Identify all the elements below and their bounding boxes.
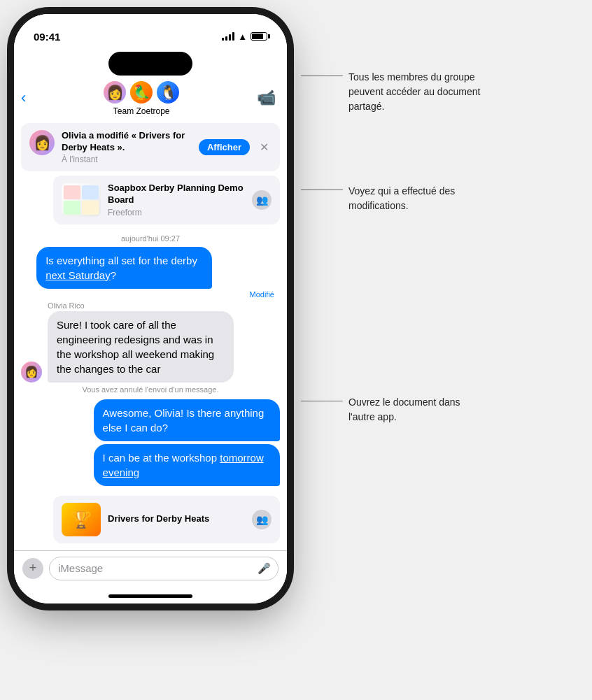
timestamp: aujourd'hui 09:27 xyxy=(21,234,280,243)
notification-banner: 👩 Olivia a modifié « Drivers for Derby H… xyxy=(21,123,280,171)
dynamic-island xyxy=(108,52,192,76)
sender-name: Olivia Rico xyxy=(48,301,280,310)
wifi-icon: ▲ xyxy=(238,31,247,42)
message-row: Is everything all set for the derby next… xyxy=(21,247,280,299)
signal-icon xyxy=(222,32,234,41)
bottom-freeform-card[interactable]: 🏆 Drivers for Derby Heats 👥 xyxy=(53,496,280,543)
annotation-1: Tous les membres du groupe peuvent accéd… xyxy=(301,70,488,114)
status-time: 09:41 xyxy=(34,31,60,43)
avatar-group: 👩 🦜 🐧 xyxy=(102,80,181,105)
status-icons: ▲ xyxy=(222,31,267,42)
annotation-line xyxy=(301,401,343,401)
avatar-3: 🐧 xyxy=(155,80,181,105)
freeform-subtitle: Freeform xyxy=(108,208,245,217)
edited-label: Modifié xyxy=(36,290,274,299)
link-next-saturday: next Saturday xyxy=(45,269,111,281)
notif-subtitle: À l'instant xyxy=(62,155,192,164)
message-row: 👩 Sure! I took care of all the engineeri… xyxy=(21,311,280,383)
notif-title: Olivia a modifié « Drivers for Derby Hea… xyxy=(62,130,192,154)
message-bubble-outgoing: Awesome, Olivia! Is there anything else … xyxy=(94,399,280,441)
bottom-card-thumbnail: 🏆 xyxy=(62,503,101,536)
notif-content: Olivia a modifié « Drivers for Derby Hea… xyxy=(62,130,192,164)
message-input[interactable]: iMessage 🎤 xyxy=(49,557,279,580)
annotation-3: Ouvrez le document dans l'autre app. xyxy=(301,395,488,424)
mic-icon: 🎤 xyxy=(258,562,271,575)
group-name: Team Zoetrope xyxy=(113,106,170,116)
input-bar: + iMessage 🎤 xyxy=(14,550,287,592)
bottom-card-info: Drivers for Derby Heats xyxy=(108,513,245,525)
nav-header: ‹ 👩 🦜 🐧 Team Zoetrope 📹 xyxy=(14,76,287,120)
bottom-card-collab-icon: 👥 xyxy=(252,510,272,529)
phone-frame: 09:41 ▲ ‹ xyxy=(14,14,287,603)
annotation-line xyxy=(301,76,343,76)
message-bubble-incoming: Sure! I took care of all the engineering… xyxy=(48,311,234,383)
annotation-text-2: Voyez qui a effectué des modifications. xyxy=(348,184,488,213)
home-indicator xyxy=(108,594,192,598)
message-row: I can be at the workshop tomorrow evenin… xyxy=(21,444,280,486)
cancelled-message: Vous avez annulé l'envoi d'un message. xyxy=(21,385,280,394)
message-bubble-outgoing: I can be at the workshop tomorrow evenin… xyxy=(94,444,280,486)
notif-avatar: 👩 xyxy=(29,130,55,155)
notif-close-button[interactable]: ✕ xyxy=(257,141,272,154)
notif-view-button[interactable]: Afficher xyxy=(199,139,250,155)
add-button[interactable]: + xyxy=(22,558,43,579)
status-bar: 09:41 ▲ xyxy=(14,14,287,49)
message-row: Awesome, Olivia! Is there anything else … xyxy=(21,399,280,441)
avatar-1: 👩 xyxy=(102,80,127,105)
annotations-panel: Tous les membres du groupe peuvent accéd… xyxy=(287,56,502,438)
group-header[interactable]: 👩 🦜 🐧 Team Zoetrope xyxy=(102,80,181,116)
avatar-2: 🦜 xyxy=(129,80,154,105)
annotation-text-3: Ouvrez le document dans l'autre app. xyxy=(348,395,488,424)
back-button[interactable]: ‹ xyxy=(21,90,26,106)
annotation-text-1: Tous les membres du groupe peuvent accéd… xyxy=(348,70,488,114)
bottom-card-title: Drivers for Derby Heats xyxy=(108,513,245,525)
message-bubble-outgoing: Is everything all set for the derby next… xyxy=(36,247,211,289)
freeform-title: Soapbox Derby Planning Demo Board xyxy=(108,183,245,206)
battery-icon xyxy=(251,32,267,41)
link-tomorrow-evening: tomorrow evening xyxy=(103,452,264,478)
freeform-card[interactable]: Soapbox Derby Planning Demo Board Freefo… xyxy=(53,176,280,224)
input-placeholder: iMessage xyxy=(58,562,103,574)
annotation-2: Voyez qui a effectué des modifications. xyxy=(301,184,488,213)
freeform-thumbnail xyxy=(62,183,101,217)
annotation-line xyxy=(301,190,343,190)
message-avatar: 👩 xyxy=(21,362,42,383)
messages-area: aujourd'hui 09:27 Is everything all set … xyxy=(14,229,287,489)
back-chevron-icon: ‹ xyxy=(21,90,26,106)
freeform-collab-icon: 👥 xyxy=(252,190,272,210)
video-call-button[interactable]: 📹 xyxy=(257,89,276,107)
video-icon: 📹 xyxy=(257,89,276,106)
freeform-info: Soapbox Derby Planning Demo Board Freefo… xyxy=(108,183,245,217)
